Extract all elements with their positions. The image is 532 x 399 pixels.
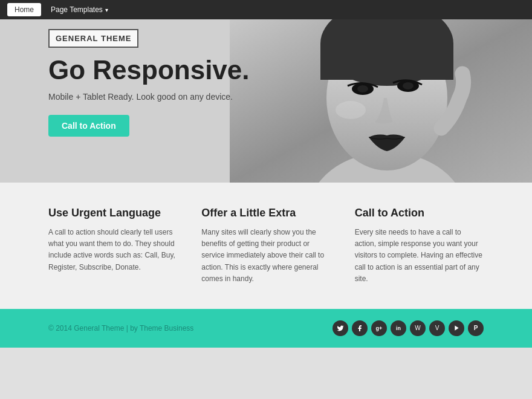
svg-point-8 xyxy=(403,82,414,89)
site-logo: GENERAL THEME xyxy=(48,29,138,48)
social-pinterest[interactable]: P xyxy=(468,320,484,336)
svg-point-9 xyxy=(336,101,366,119)
bottom-area xyxy=(0,348,532,399)
social-vimeo[interactable]: V xyxy=(429,320,445,336)
hero-subheading: Mobile + Tablet Ready. Look good on any … xyxy=(48,92,250,102)
feature-title-3: Call to Action xyxy=(355,207,484,219)
feature-item-1: Use Urgent Language A call to action sho… xyxy=(48,207,177,285)
hero-image xyxy=(230,19,532,183)
social-youtube[interactable] xyxy=(449,320,464,336)
social-icons-group: g+ in W V P xyxy=(332,320,484,336)
hero-heading: Go Responsive. xyxy=(48,56,250,85)
svg-point-6 xyxy=(357,85,368,92)
copyright-text: © 2014 General Theme | by Theme Business xyxy=(48,324,193,332)
navigation: Home Page Templates xyxy=(0,0,532,19)
svg-marker-10 xyxy=(455,326,458,331)
svg-rect-4 xyxy=(320,44,453,80)
social-wordpress[interactable]: W xyxy=(410,320,426,336)
feature-text-1: A call to action should clearly tell use… xyxy=(48,227,177,273)
feature-text-2: Many sites will clearly show you the ben… xyxy=(201,227,330,285)
hero-content: Go Responsive. Mobile + Tablet Ready. Lo… xyxy=(48,56,250,137)
feature-text-3: Every site needs to have a call to actio… xyxy=(355,227,484,285)
feature-item-3: Call to Action Every site needs to have … xyxy=(355,207,484,285)
features-section: Use Urgent Language A call to action sho… xyxy=(0,183,532,309)
social-twitter[interactable] xyxy=(332,320,348,336)
social-linkedin[interactable]: in xyxy=(391,320,406,336)
feature-title-2: Offer a Little Extra xyxy=(201,207,330,219)
hero-section: GENERAL THEME Go Responsive. Mobile + Ta… xyxy=(0,19,532,183)
social-facebook[interactable] xyxy=(352,320,368,336)
cta-button[interactable]: Call to Action xyxy=(48,115,129,137)
feature-title-1: Use Urgent Language xyxy=(48,207,177,219)
footer: © 2014 General Theme | by Theme Business… xyxy=(0,309,532,348)
nav-page-templates[interactable]: Page Templates xyxy=(44,3,115,16)
nav-home[interactable]: Home xyxy=(7,3,41,16)
social-google-plus[interactable]: g+ xyxy=(371,320,387,336)
feature-item-2: Offer a Little Extra Many sites will cle… xyxy=(201,207,330,285)
